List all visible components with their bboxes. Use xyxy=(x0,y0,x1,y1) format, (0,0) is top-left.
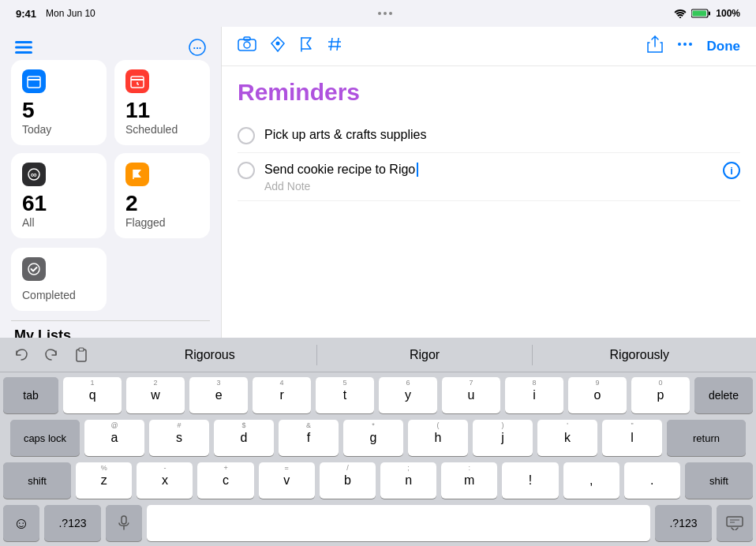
main-toolbar: Done xyxy=(222,27,756,66)
key-t[interactable]: 5t xyxy=(316,377,374,413)
camera-icon[interactable] xyxy=(238,36,256,56)
svg-rect-6 xyxy=(15,51,32,54)
paste-button[interactable] xyxy=(69,343,93,367)
suggestion-1[interactable]: Rigor xyxy=(317,345,532,365)
capslock-key[interactable]: caps lock xyxy=(10,420,80,456)
smart-lists-grid: 10 5 Today 11 Scheduled xyxy=(11,60,210,238)
key-q[interactable]: 1q xyxy=(63,377,122,413)
key-e[interactable]: 3e xyxy=(189,377,248,413)
key-v-num: = xyxy=(285,464,289,472)
flag-icon[interactable] xyxy=(299,36,313,56)
reminders-title: Reminders xyxy=(238,79,740,106)
reminder-text-col-1: Pick up arts & crafts supplies xyxy=(264,126,740,144)
svg-point-23 xyxy=(276,42,280,46)
key-s[interactable]: #s xyxy=(149,420,209,456)
svg-rect-3 xyxy=(693,11,707,17)
key-a[interactable]: @a xyxy=(84,420,144,456)
key-n-num: ; xyxy=(407,464,410,472)
key-h[interactable]: (h xyxy=(408,420,468,456)
key-c[interactable]: +c xyxy=(197,462,253,499)
key-d[interactable]: $d xyxy=(214,420,274,456)
key-i-num: 8 xyxy=(532,379,536,387)
key-i[interactable]: 8i xyxy=(505,377,563,413)
key-m[interactable]: :m xyxy=(441,462,497,499)
reminder-checkbox-1[interactable] xyxy=(238,127,255,144)
reminder-item-2[interactable]: Send cookie recipe to Rigo Add Note i xyxy=(238,153,740,201)
smart-list-all[interactable]: ∞ 61 All xyxy=(11,153,107,238)
key-l[interactable]: "l xyxy=(602,420,662,456)
key-z[interactable]: %z xyxy=(76,462,132,499)
flagged-icon xyxy=(125,163,149,186)
key-b[interactable]: /b xyxy=(320,462,376,499)
key-p[interactable]: 0p xyxy=(631,377,690,413)
smart-list-completed[interactable]: Completed xyxy=(11,248,107,311)
undo-button[interactable] xyxy=(9,343,33,367)
reminder-item-1[interactable]: Pick up arts & crafts supplies xyxy=(238,118,740,153)
keyboard-row-1: tab 1q 2w 3e 4r 5t 6y 7u 8i 9o 0p delete xyxy=(3,377,753,413)
status-time: 9:41 xyxy=(16,8,36,20)
key-d-num: $ xyxy=(241,421,245,429)
key-r[interactable]: 4r xyxy=(253,377,311,413)
key-v[interactable]: =v xyxy=(259,462,315,499)
suggestion-2[interactable]: Rigorously xyxy=(533,345,747,365)
svg-rect-5 xyxy=(15,47,32,49)
key-w[interactable]: 2w xyxy=(126,377,185,413)
hide-keyboard-key[interactable] xyxy=(717,505,753,541)
key-y-num: 6 xyxy=(406,379,410,387)
reminder-note-2[interactable]: Add Note xyxy=(264,180,713,193)
numbers-key-right[interactable]: .?123 xyxy=(655,505,712,541)
key-x[interactable]: -x xyxy=(137,462,193,499)
key-e-num: 3 xyxy=(217,379,221,387)
key-comma[interactable]: , xyxy=(563,462,619,499)
status-dots xyxy=(378,12,392,15)
svg-point-31 xyxy=(689,43,692,46)
more-icon[interactable] xyxy=(676,35,694,58)
key-period[interactable]: . xyxy=(624,462,680,499)
delete-key[interactable]: delete xyxy=(694,377,753,413)
emoji-key[interactable]: ☺ xyxy=(3,505,39,541)
smart-list-flagged[interactable]: 2 Flagged xyxy=(114,153,210,238)
key-k-num: ' xyxy=(567,421,568,429)
key-k[interactable]: 'k xyxy=(537,420,597,456)
suggestion-0[interactable]: Rigorous xyxy=(103,345,317,365)
key-o[interactable]: 9o xyxy=(568,377,627,413)
right-shift-key[interactable]: shift xyxy=(685,462,753,499)
numbers-key-left[interactable]: .?123 xyxy=(44,505,101,541)
hashtag-icon[interactable] xyxy=(327,37,342,55)
autocomplete-actions xyxy=(9,343,93,367)
key-n[interactable]: ;n xyxy=(380,462,436,499)
key-c-num: + xyxy=(223,464,227,472)
flagged-count: 2 xyxy=(125,193,199,215)
redo-button[interactable] xyxy=(39,343,63,367)
return-key[interactable]: return xyxy=(667,420,746,456)
location-icon[interactable] xyxy=(271,36,285,56)
keyboard-row-3: shift %z -x +c =v /b ;n :m ! , . shift xyxy=(3,462,753,499)
key-exclaim[interactable]: ! xyxy=(502,462,558,499)
smart-list-scheduled[interactable]: 11 Scheduled xyxy=(114,60,210,145)
sidebar-divider xyxy=(11,320,210,321)
mic-key[interactable] xyxy=(106,505,142,541)
svg-rect-36 xyxy=(727,517,743,526)
key-u[interactable]: 7u xyxy=(442,377,500,413)
reminder-info-button-2[interactable]: i xyxy=(723,162,740,179)
sidebar-more-button[interactable]: ··· xyxy=(185,35,210,60)
smart-list-today[interactable]: 10 5 Today xyxy=(11,60,107,145)
space-key[interactable] xyxy=(147,505,650,541)
sidebar-toggle-button[interactable] xyxy=(11,35,36,60)
share-icon[interactable] xyxy=(647,36,663,57)
svg-text:···: ··· xyxy=(193,42,202,54)
wifi-icon xyxy=(674,9,687,18)
done-button[interactable]: Done xyxy=(707,39,741,54)
svg-point-30 xyxy=(683,43,687,46)
left-shift-key[interactable]: shift xyxy=(3,462,71,499)
key-y[interactable]: 6y xyxy=(379,377,437,413)
key-r-num: 4 xyxy=(280,379,284,387)
key-g[interactable]: *g xyxy=(343,420,403,456)
key-f[interactable]: &f xyxy=(279,420,339,456)
svg-point-21 xyxy=(244,42,250,48)
keyboard-area: Rigorous Rigor Rigorously tab 1q 2w 3e 4… xyxy=(0,338,756,546)
tab-key[interactable]: tab xyxy=(3,377,58,413)
key-j[interactable]: )j xyxy=(473,420,533,456)
reminder-checkbox-2[interactable] xyxy=(238,162,255,179)
svg-point-29 xyxy=(678,43,681,46)
